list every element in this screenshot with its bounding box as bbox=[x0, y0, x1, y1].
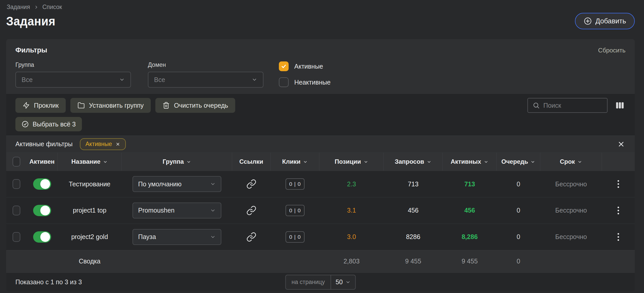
column-header-positions[interactable]: Позиции bbox=[319, 153, 384, 171]
sort-chevron-icon bbox=[577, 160, 582, 164]
column-header-active-count[interactable]: Активных bbox=[443, 153, 497, 171]
columns-view-button[interactable] bbox=[614, 100, 626, 111]
row-menu-kebab-icon[interactable] bbox=[615, 205, 621, 216]
column-header-term[interactable]: Срок bbox=[540, 153, 602, 171]
breadcrumb-chevron-icon bbox=[34, 5, 38, 9]
clear-queue-button[interactable]: Очистить очередь bbox=[155, 98, 235, 113]
inactive-checkbox[interactable] bbox=[279, 77, 289, 87]
set-group-button-label: Установить группу bbox=[89, 102, 144, 109]
row-active-toggle[interactable] bbox=[33, 231, 51, 243]
plus-circle-icon bbox=[584, 17, 592, 25]
chip-close-icon[interactable] bbox=[116, 142, 120, 146]
active-checkbox-label: Активные bbox=[294, 63, 323, 70]
chevron-down-icon bbox=[119, 77, 125, 83]
trash-icon bbox=[163, 102, 170, 109]
filters-reset-link[interactable]: Сбросить bbox=[598, 47, 626, 54]
row-name: project2 gold bbox=[58, 224, 122, 250]
inactive-checkbox-label: Неактивные bbox=[294, 79, 330, 86]
sort-chevron-icon bbox=[303, 160, 308, 164]
row-checkbox[interactable] bbox=[13, 206, 20, 215]
header-select-all-checkbox[interactable] bbox=[6, 153, 27, 171]
filters-section: Фильтры Сбросить Группа Все Домен Все bbox=[6, 39, 635, 94]
row-positions: 3.0 bbox=[319, 224, 384, 250]
row-name: Тестирование bbox=[58, 171, 122, 197]
breadcrumb-item-tasks[interactable]: Задания bbox=[7, 4, 30, 11]
per-page-select[interactable]: на страницу 50 bbox=[285, 275, 356, 290]
row-queue: 0 bbox=[497, 171, 540, 197]
column-header-group[interactable]: Группа bbox=[122, 153, 232, 171]
links-chain-icon[interactable] bbox=[246, 205, 257, 216]
add-button-label: Добавить bbox=[595, 17, 626, 25]
column-header-name[interactable]: Название bbox=[58, 153, 122, 171]
search-input[interactable] bbox=[543, 102, 602, 109]
column-header-active[interactable]: Активен bbox=[27, 153, 58, 171]
summary-positions: 2,803 bbox=[319, 250, 384, 272]
select-all-label: Выбрать всё 3 bbox=[33, 121, 76, 128]
row-positions: 2.3 bbox=[319, 171, 384, 197]
group-filter-select[interactable]: Все bbox=[15, 72, 131, 88]
column-header-clicks[interactable]: Клики bbox=[271, 153, 319, 171]
row-term: Бессрочно bbox=[540, 171, 602, 197]
links-chain-icon[interactable] bbox=[246, 232, 257, 242]
sort-chevron-icon bbox=[427, 160, 431, 164]
row-active-toggle[interactable] bbox=[33, 205, 51, 216]
select-all-band: Выбрать всё 3 bbox=[6, 117, 635, 135]
check-circle-icon bbox=[22, 121, 29, 128]
clear-filters-close-icon[interactable] bbox=[616, 139, 626, 149]
sort-chevron-icon bbox=[103, 160, 108, 164]
row-group-select[interactable]: Пауза bbox=[132, 229, 221, 245]
proclick-button-label: Проклик bbox=[34, 102, 59, 109]
summary-row: Сводка 2,803 9 455 9 455 0 bbox=[6, 250, 635, 272]
clicks-badge: 0 | 0 bbox=[286, 205, 304, 216]
row-group-select[interactable]: Promoushen bbox=[132, 203, 221, 218]
row-menu-kebab-icon[interactable] bbox=[615, 178, 621, 190]
summary-requests: 9 455 bbox=[384, 250, 443, 272]
per-page-label: на страницу bbox=[286, 275, 331, 289]
pagination-shown-text: Показано с 1 по 3 из 3 bbox=[15, 278, 82, 286]
table-row: Тестирование По умолчанию 0 | 0 2.3 713 … bbox=[6, 171, 635, 197]
set-group-button[interactable]: Установить группу bbox=[70, 98, 151, 113]
inactive-checkbox-row[interactable]: Неактивные bbox=[279, 77, 330, 87]
chevron-down-icon bbox=[252, 77, 257, 83]
breadcrumb: Задания Список bbox=[0, 0, 644, 11]
row-menu-kebab-icon[interactable] bbox=[615, 231, 621, 243]
filter-chip-active[interactable]: Активные bbox=[80, 138, 126, 150]
per-page-value: 50 bbox=[336, 278, 343, 286]
active-filters-label: Активные фильтры bbox=[15, 140, 73, 148]
row-checkbox[interactable] bbox=[13, 232, 20, 242]
domain-filter-value: Все bbox=[154, 76, 252, 84]
chevron-down-icon bbox=[210, 208, 216, 213]
select-all-button[interactable]: Выбрать всё 3 bbox=[15, 117, 82, 131]
row-requests: 713 bbox=[384, 171, 443, 197]
clicks-badge: 0 | 0 bbox=[286, 178, 304, 190]
column-header-requests[interactable]: Запросов bbox=[384, 153, 443, 171]
column-header-links[interactable]: Ссылки bbox=[232, 153, 271, 171]
column-header-actions bbox=[602, 153, 635, 171]
links-chain-icon[interactable] bbox=[246, 179, 257, 189]
domain-filter-select[interactable]: Все bbox=[148, 72, 263, 88]
table-row: project1 top Promoushen 0 | 0 3.1 456 45… bbox=[6, 197, 635, 224]
chevron-down-icon bbox=[210, 234, 216, 240]
row-active-toggle[interactable] bbox=[33, 178, 51, 190]
clicks-badge: 0 | 0 bbox=[286, 231, 304, 243]
row-group-select[interactable]: По умолчанию bbox=[132, 176, 221, 192]
add-button[interactable]: Добавить bbox=[575, 13, 635, 29]
search-box[interactable] bbox=[527, 98, 608, 113]
clear-queue-button-label: Очистить очередь bbox=[174, 102, 228, 109]
columns-icon bbox=[615, 101, 624, 109]
table-header: Активен Название Группа Ссылки Клики Поз… bbox=[6, 152, 635, 171]
proclick-button[interactable]: Проклик bbox=[15, 98, 66, 113]
filters-title: Фильтры bbox=[15, 46, 47, 54]
search-icon bbox=[533, 102, 540, 109]
row-checkbox[interactable] bbox=[13, 179, 20, 189]
row-active-count: 8,286 bbox=[443, 224, 497, 250]
active-filters-band: Активные фильтры Активные bbox=[6, 135, 635, 152]
lightning-icon bbox=[23, 102, 30, 109]
breadcrumb-item-list: Список bbox=[42, 4, 62, 11]
active-checkbox-row[interactable]: Активные bbox=[279, 61, 330, 71]
tasks-card: Фильтры Сбросить Группа Все Домен Все bbox=[6, 39, 635, 291]
group-filter-value: Все bbox=[22, 76, 119, 84]
table-row: project2 gold Пауза 0 | 0 3.0 8286 8,286… bbox=[6, 224, 635, 250]
column-header-queue[interactable]: Очередь bbox=[497, 153, 540, 171]
active-checkbox[interactable] bbox=[279, 61, 289, 71]
